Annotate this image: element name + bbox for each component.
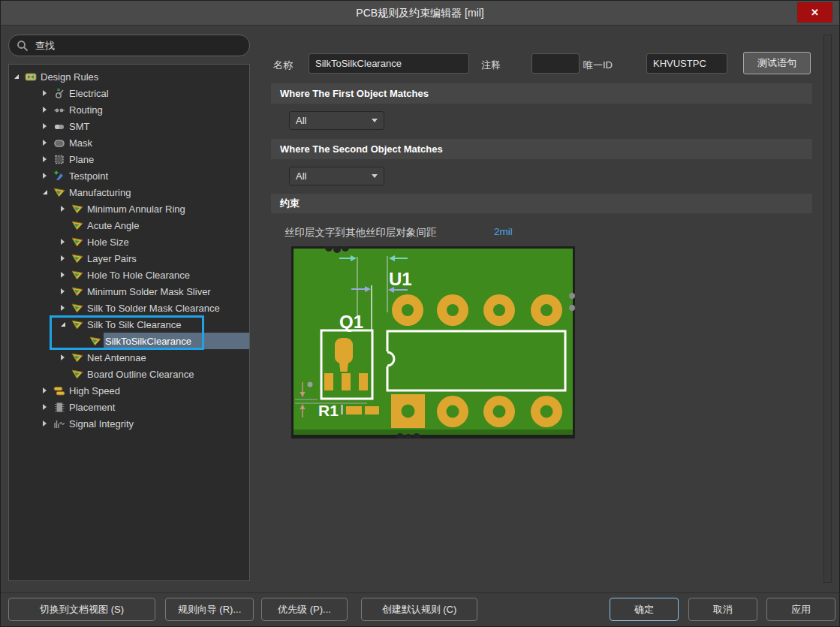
pcb-preview-image: Q1 U1 R1 (291, 246, 575, 439)
tree-item-label: Placement (69, 402, 115, 413)
expand-arrow-icon[interactable] (43, 173, 53, 179)
search-box[interactable] (8, 35, 250, 56)
tree-item-manufacturing[interactable]: Manufacturing (9, 184, 249, 200)
test-queries-button[interactable]: 测试语句 (743, 52, 811, 74)
tree-item-silktosilkclearance[interactable]: SilkToSilkClearance (9, 333, 249, 349)
second-object-scope-value: All (296, 170, 306, 182)
tree-item-label: Board Outline Clearance (87, 369, 194, 380)
expand-arrow-icon[interactable] (43, 123, 53, 129)
tree-item-label: Mask (69, 137, 92, 149)
rules-tree-panel: Design RulesElectricalRoutingSMTMaskPlan… (8, 64, 250, 581)
expand-arrow-icon[interactable] (43, 404, 53, 410)
expand-arrow-icon[interactable] (61, 354, 71, 360)
ok-button[interactable]: 确定 (610, 598, 679, 621)
tree-item-silk-to-silk-clearance[interactable]: Silk To Silk Clearance (9, 316, 249, 333)
electrical-icon (53, 87, 68, 99)
expand-arrow-icon[interactable] (43, 387, 53, 393)
tree-item-mask[interactable]: Mask (9, 134, 249, 151)
expand-arrow-icon[interactable] (43, 140, 53, 146)
chevron-down-icon (372, 174, 378, 178)
rule-name-input[interactable] (309, 53, 469, 74)
tree-item-smt[interactable]: SMT (9, 118, 249, 134)
expand-arrow-icon[interactable] (61, 206, 71, 212)
collapse-arrow-icon[interactable] (14, 74, 25, 79)
tree-item-label: Minimum Annular Ring (87, 203, 185, 215)
tree-item-electrical[interactable]: Electrical (9, 85, 249, 101)
manufacturing-rule-icon (71, 252, 86, 264)
design-rules-folder-icon (25, 71, 39, 83)
apply-button[interactable]: 应用 (766, 598, 835, 621)
tree-item-label: High Speed (69, 385, 120, 396)
high-speed-icon (53, 384, 68, 396)
manufacturing-rule-icon (71, 368, 86, 380)
expand-arrow-icon[interactable] (61, 272, 71, 278)
tree-item-minimum-annular-ring[interactable]: Minimum Annular Ring (9, 200, 249, 217)
expand-arrow-icon[interactable] (61, 255, 71, 261)
r1-designator: R1 (318, 402, 339, 419)
create-default-rules-button[interactable]: 创建默认规则 (C) (361, 598, 477, 621)
mask-icon (53, 137, 68, 149)
title-bar[interactable]: PCB规则及约束编辑器 [mil] ✕ (1, 1, 839, 26)
tree-item-label: Manufacturing (69, 187, 131, 198)
tree-item-routing[interactable]: Routing (9, 101, 249, 118)
constraints-header: 约束 (271, 194, 812, 213)
plane-icon (53, 153, 68, 165)
expand-arrow-icon[interactable] (61, 239, 71, 245)
silk-clearance-label: 丝印层文字到其他丝印层对象间距 (285, 226, 437, 240)
comment-label: 注释 (481, 59, 501, 72)
first-object-scope-dropdown[interactable]: All (289, 111, 384, 130)
expand-arrow-icon[interactable] (43, 90, 53, 96)
rules-tree: Design RulesElectricalRoutingSMTMaskPlan… (9, 65, 249, 432)
tree-item-board-outline-clearance[interactable]: Board Outline Clearance (9, 366, 249, 382)
expand-arrow-icon[interactable] (43, 421, 53, 427)
search-input[interactable] (34, 39, 242, 52)
collapse-arrow-icon[interactable] (61, 322, 71, 327)
search-icon (17, 40, 29, 52)
tree-item-label: Layer Pairs (87, 253, 137, 264)
testpoint-icon (53, 170, 68, 182)
expand-arrow-icon[interactable] (43, 156, 53, 162)
scrollbar-track[interactable] (823, 35, 832, 583)
expand-arrow-icon[interactable] (61, 305, 71, 311)
tree-item-label: Silk To Solder Mask Clearance (87, 303, 220, 314)
rule-wizard-button[interactable]: 规则向导 (R)... (165, 598, 254, 621)
tree-item-hole-to-hole-clearance[interactable]: Hole To Hole Clearance (9, 267, 249, 283)
expand-arrow-icon[interactable] (43, 107, 53, 113)
tree-item-layer-pairs[interactable]: Layer Pairs (9, 250, 249, 267)
tree-item-label: Design Rules (41, 71, 98, 83)
silk-clearance-value[interactable]: 2mil (494, 226, 513, 237)
placement-icon (53, 401, 68, 413)
tree-item-design-rules[interactable]: Design Rules (9, 68, 249, 85)
tree-item-label: SMT (69, 121, 89, 132)
tree-item-plane[interactable]: Plane (9, 151, 249, 167)
priorities-button[interactable]: 优先级 (P)... (261, 598, 348, 621)
close-button[interactable]: ✕ (797, 2, 832, 23)
tree-item-placement[interactable]: Placement (9, 399, 249, 415)
unique-id-input[interactable] (646, 53, 727, 74)
tree-item-label: Net Antennae (87, 352, 146, 363)
tree-item-label: Silk To Silk Clearance (87, 319, 181, 330)
rules-sidebar: Design RulesElectricalRoutingSMTMaskPlan… (8, 35, 250, 581)
tree-item-testpoint[interactable]: Testpoint (9, 167, 249, 184)
manufacturing-rule-icon (71, 236, 86, 248)
tree-item-label: Testpoint (69, 170, 108, 182)
tree-item-label: Hole Size (87, 237, 129, 248)
tree-item-hole-size[interactable]: Hole Size (9, 234, 249, 250)
cancel-button[interactable]: 取消 (688, 598, 757, 621)
second-object-scope-dropdown[interactable]: All (289, 167, 384, 185)
second-object-matches-header: Where The Second Object Matches (271, 139, 812, 159)
tree-item-net-antennae[interactable]: Net Antennae (9, 349, 249, 366)
tree-item-silk-to-solder-mask-clearance[interactable]: Silk To Solder Mask Clearance (9, 300, 249, 316)
signal-integrity-icon (53, 417, 68, 430)
collapse-arrow-icon[interactable] (43, 190, 53, 194)
tree-item-signal-integrity[interactable]: Signal Integrity (9, 415, 249, 432)
unique-id-label: 唯一ID (583, 59, 613, 72)
tree-item-high-speed[interactable]: High Speed (9, 382, 249, 399)
comment-input[interactable] (531, 53, 580, 74)
tree-item-minimum-solder-mask-sliver[interactable]: Minimum Solder Mask Sliver (9, 283, 249, 300)
tree-item-acute-angle[interactable]: Acute Angle (9, 217, 249, 234)
switch-to-document-view-button[interactable]: 切换到文档视图 (S) (8, 598, 155, 621)
expand-arrow-icon[interactable] (61, 288, 71, 294)
manufacturing-rule-icon (71, 285, 86, 297)
tree-item-label: SilkToSilkClearance (105, 336, 191, 347)
